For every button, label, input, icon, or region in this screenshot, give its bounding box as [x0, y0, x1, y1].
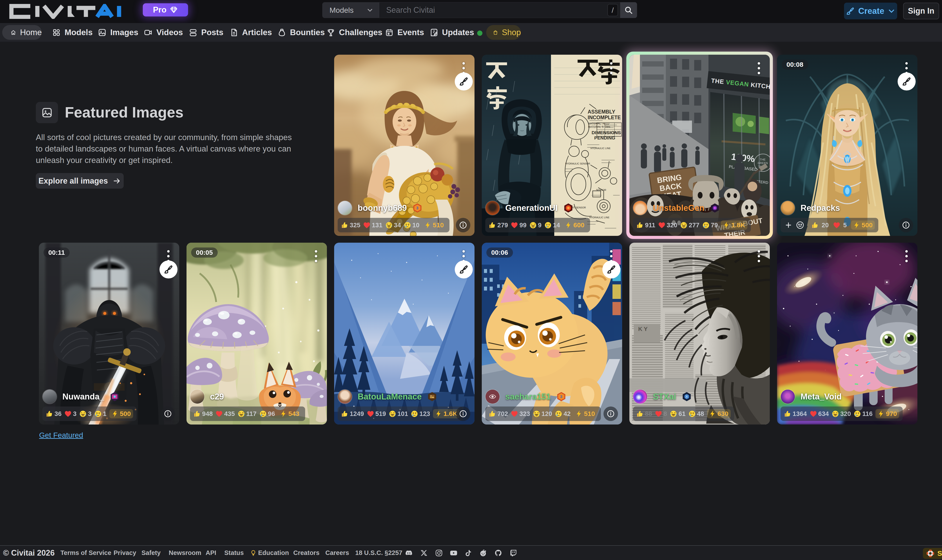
svg-text:MATERIAL S: 78%: MATERIAL S: 78% — [588, 125, 610, 128]
svg-text:HYDRAULIC SENSOR: HYDRAULIC SENSOR — [565, 162, 590, 165]
svg-text:HYDRAULIC LINE: HYDRAULIC LINE — [590, 216, 610, 219]
svg-text:HYDRAULIC LINE: HYDRAULIC LINE — [591, 147, 611, 149]
svg-text:THE: THE — [760, 158, 766, 161]
svg-text:GREEN: GREEN — [758, 162, 768, 165]
svg-text:SENSOR: SENSOR — [596, 189, 606, 191]
svg-text:INCOMPLETE: INCOMPLETE — [588, 115, 621, 120]
svg-text:ASSEMBLY: ASSEMBLY — [588, 109, 615, 115]
svg-text:K Y: K Y — [638, 326, 648, 332]
svg-text:DIMENSIONS: DIMENSIONS — [592, 130, 621, 135]
